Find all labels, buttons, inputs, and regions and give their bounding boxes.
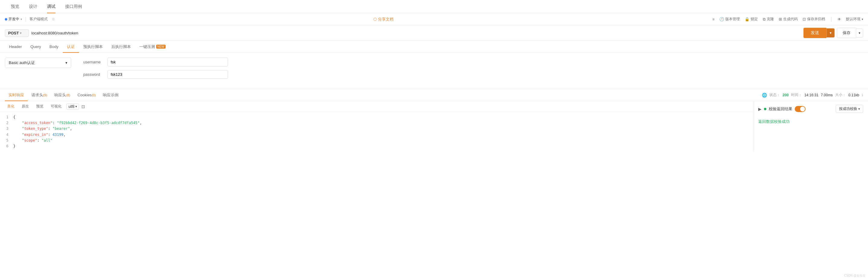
url-bar: POST ▾ 发送 ▾ 保存 ▾ [0,25,868,41]
validation-chevron-icon: ▾ [858,107,860,111]
auth-password-row: password [83,70,863,79]
send-button-group: 发送 ▾ [803,28,835,38]
tab-response-example[interactable]: 响应示例 [99,89,122,101]
save-chevron-icon: ▾ [859,31,861,35]
password-label: password [83,72,107,77]
main-content: 美化 原生 预览 可视化 utf8 ▾ ⊡ [0,101,868,151]
tab-stress[interactable]: 一键压测 NEW [135,41,170,53]
code-line-1: { [13,114,753,120]
auth-username-row: username [83,58,863,66]
tab-preview[interactable]: 预览 [6,0,24,13]
tab-auth[interactable]: 认证 [63,41,79,53]
tab-query[interactable]: Query [26,41,45,53]
new-badge: NEW [156,45,165,49]
raw-button[interactable]: 原生 [19,103,31,110]
tab-response-headers[interactable]: 响应头(8) [51,89,73,101]
archive-icon: ⊡ [803,17,806,22]
tab-interface[interactable]: 接口用例 [60,0,87,13]
validation-toggle[interactable] [795,106,806,112]
save-button[interactable]: 保存 [837,28,856,38]
copy-icon[interactable]: ⊡ [82,104,85,109]
code-line-6: } [13,143,753,149]
response-status-bar: 🌐 状态： 200 时间： 14:16:31 7.00ms 大小： 0.11kb… [762,92,863,97]
divider2 [831,17,832,22]
tab-pre-script[interactable]: 预执行脚本 [79,41,107,53]
beautify-button[interactable]: 美化 [5,103,17,110]
tab-body[interactable]: Body [45,41,63,53]
generate-code-action[interactable]: ⊞ 生成代码 [779,17,798,22]
validation-success-message: 返回数据校验成功 [758,116,863,127]
env-default-selector[interactable]: 默认环境 ▾ [846,17,863,22]
url-input[interactable] [31,31,801,35]
request-tabs: Header Query Body 认证 预执行脚本 后执行脚本 一键压测 NE… [0,41,868,53]
version-action[interactable]: 🕐 版本管理 [719,17,740,22]
save-archive-action[interactable]: ⊡ 保存并归档 [803,17,825,22]
auth-type-dropdown[interactable]: Basic auth认证 ▾ [5,58,71,68]
tab-request-headers[interactable]: 请求头(9) [28,89,51,101]
menu-action[interactable]: ≡ [712,17,714,22]
menu-icon[interactable]: ≡ [52,17,55,22]
code-line-2: "access_token": "f92bbd42-f269-4d8c-b3f5… [13,120,753,126]
chevron-down-icon: ▾ [862,18,863,21]
response-timestamp: 14:16:31 [804,93,818,97]
save-button-group: 保存 ▾ [837,28,863,38]
share-button[interactable]: ⬡ 分享文档 [373,17,394,22]
visualize-button[interactable]: 可视化 [48,103,64,110]
tab-cookies[interactable]: Cookies(0) [74,89,99,101]
client-mode: 客户端模式 [30,17,48,22]
send-button[interactable]: 发送 [803,28,826,38]
clone-action[interactable]: ⧉ 克隆 [763,17,774,22]
toolbar: 开发中 ▾ 客户端模式 ≡ ⬡ 分享文档 ≡ 🕐 版本管理 🔒 锁定 ⧉ 克隆 [0,13,868,25]
globe-icon: 🌐 [762,93,767,97]
code-icon: ⊞ [779,17,782,22]
share-icon: ⬡ [373,17,377,22]
menu-lines-icon: ≡ [712,17,714,22]
auth-type-selector: Basic auth认证 ▾ [5,58,71,84]
auth-type-chevron-icon: ▾ [65,61,67,65]
preview-button[interactable]: 预览 [34,103,46,110]
env-selector[interactable]: 开发中 ▾ [5,17,22,22]
send-chevron-icon: ▾ [830,31,832,35]
env-dot [5,18,7,21]
validation-mode-selector[interactable]: 按成功校验 ▾ [836,105,863,113]
view-action[interactable]: 👁 [838,17,841,22]
response-tabs-bar: 实时响应 请求头(9) 响应头(8) Cookies(0) 响应示例 🌐 状态：… [0,89,868,101]
top-nav: 预览 设计 调试 接口用例 [0,0,868,13]
encoding-selector[interactable]: utf8 ▾ [66,104,79,110]
password-input[interactable] [107,70,228,79]
clock-icon: 🕐 [719,17,724,22]
response-size: 0.11kb [848,93,859,97]
auth-fields: username password [71,58,863,84]
tab-header[interactable]: Header [5,41,26,53]
right-panel: ▶ 校验返回结果 按成功校验 ▾ 返回数据校验成功 [753,101,868,151]
tab-debug[interactable]: 调试 [42,0,60,13]
env-dropdown-icon: ▾ [21,18,22,21]
tab-realtime[interactable]: 实时响应 [5,89,28,101]
clone-icon: ⧉ [763,17,766,22]
response-section: 实时响应 请求头(9) 响应头(8) Cookies(0) 响应示例 🌐 状态：… [0,89,868,151]
tab-post-script[interactable]: 后执行脚本 [107,41,135,53]
tab-design[interactable]: 设计 [24,0,42,13]
code-line-3: "token_type": "bearer", [13,126,753,132]
line-numbers: 1 2 3 4 5 6 [0,114,12,149]
username-label: username [83,60,107,64]
validation-status-dot [764,108,766,110]
lock-icon: 🔒 [745,17,749,22]
info-icon: ℹ [862,93,863,97]
auth-section: Basic auth认证 ▾ username password [0,53,868,89]
code-line-5: "scope": "all" [13,138,753,143]
format-bar: 美化 原生 预览 可视化 utf8 ▾ ⊡ [0,101,753,112]
save-dropdown-button[interactable]: ▾ [856,29,863,37]
encoding-chevron-icon: ▾ [75,105,77,108]
method-chevron-icon: ▾ [20,31,22,35]
divider [26,17,26,22]
send-dropdown-button[interactable]: ▾ [826,28,835,37]
code-line-4: "expires_in": 43199, [13,132,753,138]
expand-icon[interactable]: ▶ [758,107,762,111]
eye-icon: 👁 [838,17,841,22]
lock-action[interactable]: 🔒 锁定 [745,17,758,22]
username-input[interactable] [107,58,228,66]
method-selector[interactable]: POST ▾ [5,29,29,37]
left-panel: 美化 原生 预览 可视化 utf8 ▾ ⊡ [0,101,753,151]
code-viewer: 1 2 3 4 5 6 { "access_token": "f92bbd42-… [0,112,753,151]
